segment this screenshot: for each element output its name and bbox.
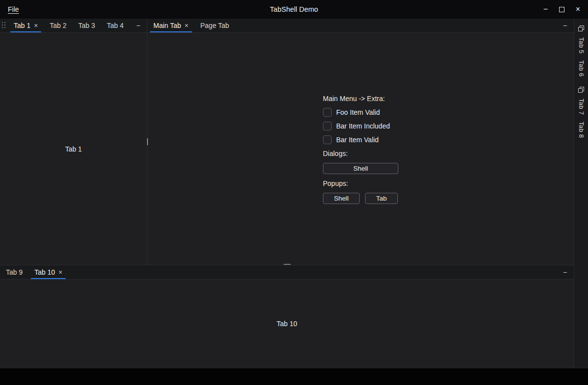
titlebar: File TabShell Demo − × <box>0 0 588 19</box>
sidebar-tab-tab-8[interactable]: Tab 8 <box>578 122 585 138</box>
vertical-splitter-handle[interactable] <box>147 138 148 145</box>
tab-main-tab[interactable]: Main Tab × <box>147 19 195 32</box>
tab-tab-3[interactable]: Tab 3 <box>73 19 101 32</box>
bottom-panel-content-text: Tab 10 <box>276 320 297 328</box>
drag-handle-icon[interactable] <box>1 22 7 29</box>
left-panel: Tab 1 × Tab 2 Tab 3 Tab 4 − <box>0 19 147 265</box>
tab-label: Tab 3 <box>78 22 95 29</box>
checkbox-label: Bar Item Valid <box>336 136 379 144</box>
sidebar-tab-tab-7[interactable]: Tab 7 <box>578 99 585 115</box>
dialogs-label: Dialogs: <box>323 149 398 158</box>
dock-group-1: Tab 5 Tab 6 <box>578 23 585 80</box>
checkbox-row-bar-item-included[interactable]: Bar Item Included <box>323 122 398 130</box>
checkbox-row-foo-item-valid[interactable]: Foo Item Valid <box>323 108 398 117</box>
tab-close-icon[interactable]: × <box>34 22 38 29</box>
dialogs-shell-button[interactable]: Shell <box>323 163 398 174</box>
sidebar-tab-tab-6[interactable]: Tab 6 <box>578 60 585 77</box>
tab-tab-9[interactable]: Tab 9 <box>0 265 28 279</box>
tab-label: Tab 10 <box>34 268 55 276</box>
tab-tab-2[interactable]: Tab 2 <box>44 19 72 32</box>
tab-page-tab[interactable]: Page Tab <box>195 19 235 32</box>
tab-label: Tab 9 <box>6 268 23 276</box>
window-body: Tab 1 × Tab 2 Tab 3 Tab 4 − <box>0 19 588 368</box>
popups-tab-button[interactable]: Tab <box>365 193 398 204</box>
tab-tab-10[interactable]: Tab 10 × <box>28 265 68 279</box>
close-icon: × <box>576 5 580 14</box>
tab-close-icon[interactable]: × <box>58 269 62 276</box>
minimize-window-button[interactable]: − <box>538 0 554 19</box>
checkbox-label: Foo Item Valid <box>336 108 380 116</box>
minimize-icon: − <box>543 5 548 14</box>
menu-file[interactable]: File <box>0 0 27 19</box>
tab-label: Tab 2 <box>49 22 66 29</box>
main-tab-content: Main Menu -> Extra: Foo Item Valid Bar I… <box>147 33 574 265</box>
main-column: Tab 1 × Tab 2 Tab 3 Tab 4 − <box>0 19 574 368</box>
dock-sidebar: Tab 5 Tab 6 Tab 7 Tab 8 <box>574 19 588 368</box>
main-panel-minimize-button[interactable]: − <box>559 19 571 32</box>
bottom-panel-content: Tab 10 <box>0 280 574 368</box>
tab-label: Page Tab <box>200 22 229 29</box>
restore-icon <box>578 26 584 31</box>
dock-group-2: Tab 7 Tab 8 <box>578 84 585 142</box>
left-panel-content-text: Tab 1 <box>65 145 82 153</box>
bottom-panel-tabbar: Tab 9 Tab 10 × − <box>0 265 574 280</box>
checkbox-label: Bar Item Included <box>336 122 390 130</box>
close-window-button[interactable]: × <box>570 0 586 19</box>
checkbox-icon[interactable] <box>323 122 332 130</box>
left-panel-minimize-button[interactable]: − <box>132 19 144 32</box>
tab-label: Tab 4 <box>107 22 123 29</box>
tab-close-icon[interactable]: × <box>185 22 189 29</box>
window-controls: − × <box>538 0 588 19</box>
left-panel-tabbar: Tab 1 × Tab 2 Tab 3 Tab 4 − <box>0 19 147 33</box>
sidebar-tab-tab-5[interactable]: Tab 5 <box>578 37 585 53</box>
horizontal-splitter-handle[interactable] <box>284 264 291 265</box>
maximize-window-button[interactable] <box>554 0 570 19</box>
section-label: Main Menu -> Extra: <box>323 94 398 103</box>
bottom-panel-minimize-button[interactable]: − <box>559 265 571 279</box>
maximize-icon <box>559 7 564 12</box>
main-panel-tabbar: Main Tab × Page Tab − <box>147 19 574 33</box>
checkbox-row-bar-item-valid[interactable]: Bar Item Valid <box>323 135 398 144</box>
top-row: Tab 1 × Tab 2 Tab 3 Tab 4 − <box>0 19 574 265</box>
tab-label: Main Tab <box>153 22 181 29</box>
tab-label: Tab 1 <box>14 22 30 29</box>
bottom-panel: Tab 9 Tab 10 × − Tab 10 <box>0 265 574 368</box>
left-panel-content: Tab 1 <box>0 33 147 265</box>
tab-tab-1[interactable]: Tab 1 × <box>8 19 44 32</box>
restore-icon <box>578 87 584 93</box>
window-bottom-strip <box>0 368 588 385</box>
restore-group-button[interactable] <box>578 23 584 34</box>
popups-button-row: Shell Tab <box>323 193 398 204</box>
popups-label: Popups: <box>323 179 398 188</box>
popups-shell-button[interactable]: Shell <box>323 193 360 204</box>
restore-group-button[interactable] <box>578 84 584 95</box>
tab-tab-4[interactable]: Tab 4 <box>101 19 129 32</box>
checkbox-icon[interactable] <box>323 108 332 117</box>
extra-form: Main Menu -> Extra: Foo Item Valid Bar I… <box>323 94 398 204</box>
main-panel: Main Tab × Page Tab − Main Menu -> Extra… <box>147 19 574 265</box>
app-window: File TabShell Demo − × Tab 1 × <box>0 0 588 385</box>
checkbox-icon[interactable] <box>323 135 332 144</box>
window-title: TabShell Demo <box>0 5 588 13</box>
